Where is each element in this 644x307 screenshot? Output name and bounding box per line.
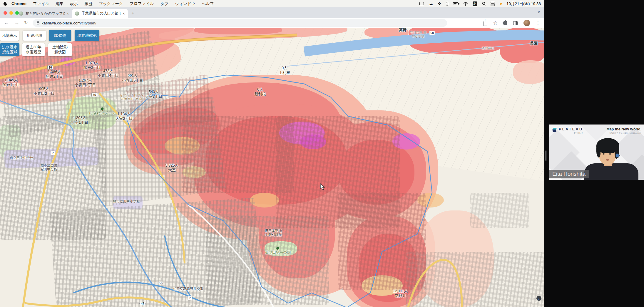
road-shield: 16 bbox=[47, 65, 53, 70]
population-label: 991人小青田5丁目 bbox=[122, 73, 143, 82]
browser-menu-icon[interactable]: ⋮ bbox=[536, 20, 540, 26]
place-label: セブン-イレブン柏大室1丁目店 bbox=[120, 93, 144, 101]
map-layer-button[interactable]: 3D建物 bbox=[49, 30, 71, 41]
map-layer-button[interactable]: 凡例表示 bbox=[0, 31, 19, 41]
menu-item[interactable]: ウィンドウ bbox=[175, 1, 195, 6]
chevron-down-icon[interactable]: ∨ bbox=[537, 10, 540, 14]
road-shield: 7 bbox=[188, 296, 192, 301]
menu-item[interactable]: プロファイル bbox=[130, 1, 154, 6]
url-host: kashiwa.co-place.com bbox=[42, 21, 81, 25]
road-shield: 46 bbox=[91, 93, 97, 97]
tagline-en: Map the New World. bbox=[606, 127, 641, 132]
tree-icon bbox=[101, 107, 103, 110]
screen-mirroring-icon[interactable] bbox=[419, 2, 424, 5]
menu-item[interactable]: 編集 bbox=[56, 1, 63, 6]
battery-icon[interactable] bbox=[453, 2, 459, 5]
map-layer-button[interactable]: 用途地域 bbox=[23, 31, 46, 41]
share-icon[interactable] bbox=[484, 21, 487, 26]
place-label: 柏市立図書館田中分館 bbox=[40, 163, 57, 172]
extensions-puzzle-icon[interactable] bbox=[504, 21, 507, 25]
plateau-logo: PLATEAU by MLIT bbox=[552, 127, 583, 134]
speaker-video-overlay[interactable]: PLATEAU by MLIT Map the New World. 3D都市モ… bbox=[549, 125, 644, 180]
wifi-icon[interactable] bbox=[463, 2, 468, 6]
lock-icon[interactable] bbox=[37, 22, 39, 24]
profile-avatar[interactable] bbox=[523, 20, 530, 26]
map-info-button[interactable]: i bbox=[536, 296, 541, 301]
menu-item[interactable]: ヘルプ bbox=[202, 1, 214, 6]
headset-icon bbox=[615, 153, 620, 158]
menu-item[interactable]: ファイル bbox=[33, 1, 49, 6]
url-path: /cityplan/ bbox=[81, 21, 96, 25]
road-shield: 58 bbox=[429, 31, 435, 35]
tab-close-icon[interactable]: × bbox=[67, 11, 69, 16]
minimize-window-button[interactable] bbox=[9, 11, 13, 15]
population-label: 1,267人小青田3丁目 bbox=[75, 78, 96, 87]
tab-close-icon[interactable]: × bbox=[123, 11, 125, 16]
3d-city-map[interactable]: i 凡例表示用途地域3D建物現在地確認洪水浸水想定区域過去30年水害履歴土地陰影… bbox=[0, 28, 544, 307]
place-label: 浅間神社 bbox=[482, 46, 494, 50]
menu-bar-clock[interactable]: 10月21日(金) 19:38 bbox=[506, 1, 541, 6]
population-label: 1,045人船戸1丁目 bbox=[2, 78, 20, 87]
place-label: にぎわいゾーン bbox=[89, 107, 115, 115]
shared-desktop: Chrome ファイル編集表示履歴ブックマークプロファイルタブウィンドウヘルプ … bbox=[0, 0, 544, 307]
apple-logo-icon[interactable] bbox=[4, 2, 7, 6]
menu-item[interactable]: 履歴 bbox=[84, 1, 92, 6]
map-layer-button[interactable]: 過去30年水害履歴 bbox=[22, 43, 45, 56]
bookmark-star-icon[interactable]: ☆ bbox=[493, 20, 498, 26]
road-shield: 47 bbox=[139, 302, 146, 306]
place-label: 柏警察署花野井交番 bbox=[173, 287, 203, 291]
map-layer-button[interactable]: 土地陰影起伏図 bbox=[48, 43, 72, 56]
tagline-jp: 3D都市モデルが新しい世界を創る bbox=[606, 132, 641, 135]
tree-icon bbox=[277, 247, 279, 250]
place-label: 市立田中中学校 bbox=[10, 156, 34, 160]
mouse-battery-icon[interactable] bbox=[446, 2, 448, 6]
menu-item[interactable]: タブ bbox=[160, 1, 169, 6]
control-center-icon[interactable] bbox=[491, 2, 495, 6]
plateau-byline: by MLIT bbox=[559, 132, 583, 134]
place-label: 高野 bbox=[399, 28, 407, 32]
ime-input-icon[interactable]: あ bbox=[473, 1, 477, 6]
macos-menu-bar: Chrome ファイル編集表示履歴ブックマークプロファイルタブウィンドウヘルプ … bbox=[0, 0, 544, 7]
video-tagline: Map the New World. 3D都市モデルが新しい世界を創る bbox=[606, 127, 641, 135]
tab-active[interactable]: 千葉県柏市の人口と都市計画、安全× bbox=[72, 9, 128, 18]
side-panel-icon[interactable] bbox=[513, 21, 518, 25]
map-layer-button[interactable]: 洪水浸水想定区域 bbox=[0, 43, 19, 56]
chrome-tab-strip: 柏と柏たなかのマップログ×千葉県柏市の人口と都市計画、安全× + ∨ bbox=[0, 7, 544, 18]
map-layer-button[interactable]: 現在地確認 bbox=[75, 30, 99, 41]
spotlight-search-icon[interactable] bbox=[482, 2, 486, 6]
population-label: 540人大室3丁目 bbox=[145, 89, 162, 99]
population-label: 1,134人大室2丁目 bbox=[115, 112, 133, 121]
place-label: SS bbox=[159, 281, 163, 285]
tab-inactive[interactable]: 柏と柏たなかのマップログ× bbox=[16, 9, 72, 18]
population-label: 995人小青田2丁目 bbox=[34, 87, 55, 96]
population-label: 1,086人船戸2丁目 bbox=[46, 69, 63, 79]
tab-favicon bbox=[75, 11, 79, 16]
place-label: 守谷市立 高野小学校 bbox=[410, 31, 426, 38]
close-window-button[interactable] bbox=[4, 11, 7, 15]
menu-item[interactable]: ブックマーク bbox=[99, 1, 123, 6]
place-label: 美園 bbox=[530, 41, 538, 46]
menu-item[interactable]: 表示 bbox=[70, 1, 78, 6]
population-label: 0人上利根 bbox=[279, 66, 290, 75]
window-resize-handle[interactable] bbox=[546, 150, 546, 161]
place-label: 柏市立田中小学校 bbox=[113, 200, 140, 204]
mouse-cursor bbox=[320, 183, 325, 190]
menu-app-name[interactable]: Chrome bbox=[11, 1, 26, 6]
population-label: 0人新利根 bbox=[255, 87, 266, 96]
reload-button[interactable]: ↻ bbox=[24, 20, 28, 26]
back-button[interactable]: ← bbox=[4, 20, 9, 26]
place-label: 旧日本軍地中野刈場跡 bbox=[265, 229, 282, 237]
population-label: 1,208人大室1丁目 bbox=[71, 115, 88, 125]
forward-button[interactable]: → bbox=[14, 20, 19, 26]
plateau-wordmark: PLATEAU bbox=[559, 127, 583, 131]
dropbox-icon[interactable]: ❖ bbox=[438, 2, 441, 6]
speaker-name-tag: Eita Horishita bbox=[549, 170, 589, 178]
status-dot-icon bbox=[500, 3, 502, 5]
address-bar[interactable]: kashiwa.co-place.com/cityplan/ bbox=[33, 19, 447, 27]
new-tab-button[interactable]: + bbox=[131, 10, 135, 16]
screen-share-frame: Chrome ファイル編集表示履歴ブックマークプロファイルタブウィンドウヘルプ … bbox=[0, 0, 644, 307]
population-label: 12,111人花野井 bbox=[393, 289, 408, 298]
population-label: 473人小青田4丁目 bbox=[98, 69, 119, 78]
cloud-icon[interactable]: ☁ bbox=[429, 1, 433, 6]
place-label: 葉能田第一公園 bbox=[265, 246, 291, 255]
